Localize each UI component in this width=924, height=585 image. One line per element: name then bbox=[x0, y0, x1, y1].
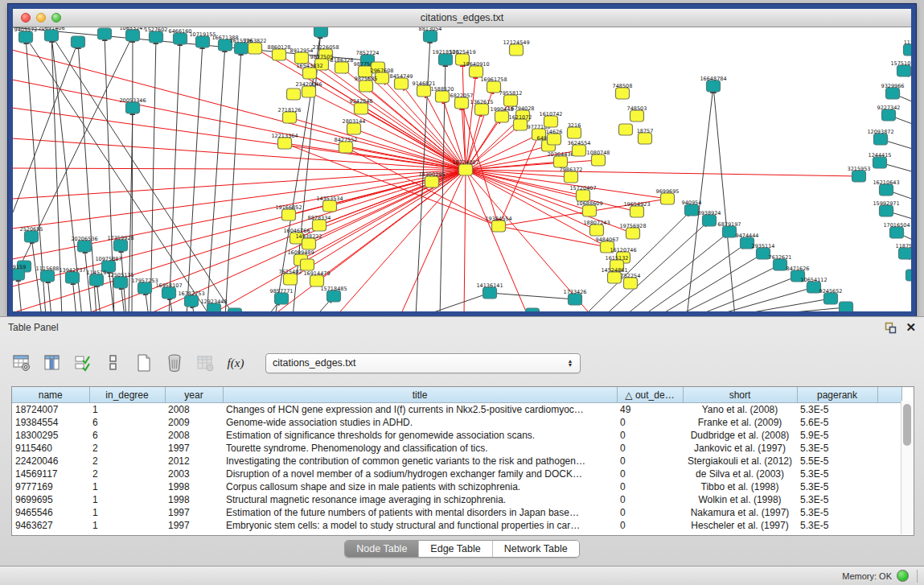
table-selector-dropdown[interactable]: citations_edges.txt ▲▼ bbox=[265, 353, 581, 373]
graph-node[interactable] bbox=[301, 259, 314, 270]
table-row[interactable]: 1830029562008Estimation of significance … bbox=[12, 429, 901, 442]
close-window-icon[interactable] bbox=[21, 13, 31, 23]
graph-node[interactable] bbox=[624, 278, 638, 289]
table-cell[interactable]: 5.3E-5 bbox=[797, 519, 877, 532]
graph-edge[interactable] bbox=[13, 108, 466, 170]
graph-edge[interactable] bbox=[13, 80, 466, 170]
table-cell[interactable]: 6 bbox=[89, 416, 165, 429]
graph-edge[interactable] bbox=[714, 93, 735, 311]
graph-edge[interactable] bbox=[466, 170, 852, 176]
table-row[interactable]: 946362711997Embryonic stem cells: a mode… bbox=[12, 519, 901, 532]
minimize-window-icon[interactable] bbox=[36, 13, 46, 23]
table-cell[interactable]: 22420046 bbox=[12, 455, 89, 468]
table-row[interactable]: 977716911998Corpus callosum shape and si… bbox=[12, 480, 901, 493]
column-header-in-degree[interactable]: in_degree bbox=[89, 387, 165, 403]
graph-edge[interactable] bbox=[150, 44, 156, 311]
graph-node[interactable] bbox=[899, 248, 912, 259]
merge-rows-icon[interactable] bbox=[103, 352, 124, 373]
table-cell[interactable]: 1 bbox=[89, 506, 165, 519]
graph-edge[interactable] bbox=[899, 96, 911, 106]
graph-node[interactable] bbox=[897, 65, 911, 76]
graph-node[interactable] bbox=[904, 44, 912, 56]
table-cell[interactable]: 2012 bbox=[165, 455, 223, 468]
table-row[interactable]: 911546021997Tourette syndrome. Phenomeno… bbox=[12, 442, 901, 455]
graph-node[interactable] bbox=[723, 226, 737, 237]
table-cell[interactable]: 2008 bbox=[165, 403, 223, 417]
table-cell[interactable]: 2 bbox=[89, 455, 165, 468]
graph-node[interactable] bbox=[890, 227, 904, 238]
graph-node[interactable] bbox=[278, 138, 292, 149]
table-cell[interactable]: 9465546 bbox=[12, 506, 89, 519]
graph-edge[interactable] bbox=[335, 170, 466, 311]
table-cell[interactable]: de Silva et al. (2003) bbox=[683, 468, 797, 480]
table-cell[interactable]: 1997 bbox=[165, 442, 223, 455]
table-cell[interactable]: 49 bbox=[617, 403, 683, 417]
table-cell[interactable]: Disruption of a novel member of a sodium… bbox=[223, 468, 617, 480]
graph-node[interactable] bbox=[162, 287, 176, 299]
graph-edge[interactable] bbox=[464, 170, 466, 311]
table-cell[interactable]: 0 bbox=[617, 416, 683, 429]
table-cell[interactable]: 18300295 bbox=[12, 429, 89, 442]
graph-node[interactable] bbox=[568, 127, 581, 138]
graph-node[interactable] bbox=[630, 110, 644, 122]
graph-edge[interactable] bbox=[193, 308, 195, 311]
graph-node[interactable] bbox=[510, 44, 524, 56]
graph-node[interactable] bbox=[78, 241, 92, 252]
table-cell[interactable]: 0 bbox=[617, 480, 683, 493]
graph-edge[interactable] bbox=[462, 67, 466, 170]
graph-node[interactable] bbox=[425, 176, 439, 187]
graph-edge[interactable] bbox=[18, 282, 22, 311]
graph-node[interactable] bbox=[19, 31, 33, 43]
graph-node[interactable] bbox=[248, 43, 262, 54]
close-panel-icon[interactable]: ✕ bbox=[906, 322, 916, 333]
table-cell[interactable]: 5.3E-5 bbox=[797, 493, 877, 506]
graph-node[interactable] bbox=[138, 282, 152, 294]
graph-node[interactable] bbox=[283, 112, 297, 123]
graph-node[interactable] bbox=[72, 36, 85, 47]
scrollbar-thumb[interactable] bbox=[903, 404, 911, 446]
table-cell[interactable]: 1998 bbox=[165, 493, 223, 506]
graph-node[interactable] bbox=[852, 171, 866, 182]
graph-node[interactable] bbox=[475, 104, 489, 115]
column-header-out-de-[interactable]: △ out_de… bbox=[617, 387, 683, 403]
graph-node[interactable] bbox=[573, 145, 586, 156]
graph-node[interactable] bbox=[114, 277, 128, 288]
network-window-titlebar[interactable]: citations_edges.txt bbox=[13, 9, 911, 27]
graph-node[interactable] bbox=[526, 308, 540, 311]
table-cell[interactable]: 2 bbox=[89, 468, 165, 480]
graph-node[interactable] bbox=[313, 220, 326, 231]
table-cell[interactable]: 0 bbox=[617, 493, 683, 506]
graph-node[interactable] bbox=[707, 80, 721, 92]
graph-node[interactable] bbox=[284, 274, 298, 285]
graph-edge[interactable] bbox=[490, 293, 568, 299]
graph-node[interactable] bbox=[639, 133, 652, 144]
graph-edge[interactable] bbox=[725, 300, 823, 311]
table-cell[interactable]: 9463627 bbox=[12, 519, 89, 532]
table-cell[interactable]: Stergiakouli et al. (2012) bbox=[683, 455, 797, 468]
graph-node[interactable] bbox=[302, 238, 316, 249]
graph-node[interactable] bbox=[347, 123, 361, 134]
column-header-name[interactable]: name bbox=[12, 387, 89, 403]
table-cell[interactable]: Dudbridge et al. (2008) bbox=[683, 429, 797, 442]
table-cell[interactable]: Jankovic et al. (1997) bbox=[683, 442, 797, 455]
graph-node[interactable] bbox=[840, 302, 853, 311]
graph-edge[interactable] bbox=[13, 138, 466, 170]
table-cell[interactable]: 5.3E-5 bbox=[797, 403, 877, 417]
network-canvas[interactable]: 9405572206914061065324715276026466160107… bbox=[13, 27, 911, 311]
graph-node[interactable] bbox=[275, 293, 289, 304]
table-cell[interactable]: 2009 bbox=[165, 416, 223, 429]
tab-network-table[interactable]: Network Table bbox=[492, 541, 579, 557]
table-cell[interactable]: 1 bbox=[89, 493, 165, 506]
graph-node[interactable] bbox=[25, 231, 39, 242]
delete-column-icon[interactable] bbox=[164, 352, 185, 373]
graph-node[interactable] bbox=[616, 88, 630, 99]
graph-edge[interactable] bbox=[368, 113, 466, 170]
graph-node[interactable] bbox=[424, 31, 437, 42]
table-cell[interactable]: 18724007 bbox=[12, 403, 89, 417]
graph-node[interactable] bbox=[45, 30, 59, 41]
graph-node[interactable] bbox=[880, 205, 893, 216]
graph-node[interactable] bbox=[626, 228, 640, 239]
graph-node[interactable] bbox=[906, 270, 912, 281]
table-cell[interactable]: Estimation of significance thresholds fo… bbox=[223, 429, 617, 442]
graph-node[interactable] bbox=[185, 295, 199, 307]
